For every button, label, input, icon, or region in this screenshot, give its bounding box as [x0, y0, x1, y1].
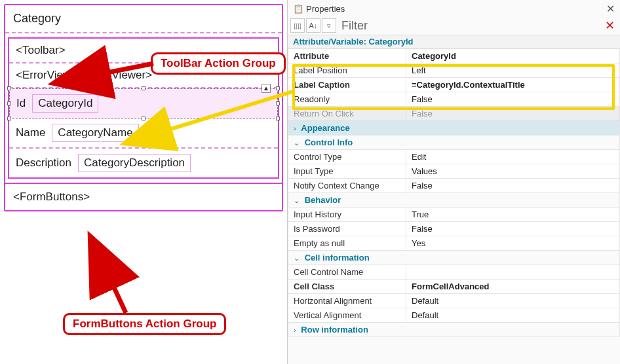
property-row[interactable]: Notify Context ChangeFalse [288, 179, 620, 193]
property-value[interactable]: Default [406, 308, 620, 323]
property-key: Cell Class [288, 280, 406, 294]
property-value[interactable]: False [406, 92, 620, 107]
property-row[interactable]: Label Caption=CategoryId.ContextualTitle [288, 78, 620, 92]
property-value[interactable]: True [406, 208, 620, 222]
field-value[interactable]: CategoryName [52, 124, 138, 142]
property-row[interactable]: Return On ClickFalse [288, 107, 620, 121]
property-value[interactable]: False [406, 179, 620, 193]
filter-input[interactable] [373, 18, 600, 33]
property-group[interactable]: ⌄ Cell information [288, 251, 620, 265]
alpha-sort-button[interactable]: A↓ [306, 18, 320, 33]
property-group[interactable]: ⌄ Control Info [288, 136, 620, 150]
property-value[interactable]: False [406, 222, 620, 236]
property-value[interactable]: Default [406, 294, 620, 308]
field-value[interactable]: CategoryDescription [78, 154, 191, 172]
properties-toolbar: ▯▯ A↓ ▿ Filter ✕ [288, 16, 620, 35]
property-value[interactable]: =CategoryId.ContextualTitle [406, 78, 620, 92]
property-key: Label Caption [288, 78, 406, 92]
property-row[interactable]: Is PasswordFalse [288, 222, 620, 236]
properties-grid: AttributeCategoryIdLabel PositionLeftLab… [288, 48, 620, 337]
property-row[interactable]: Horizontal AlignmentDefault [288, 294, 620, 308]
property-row[interactable]: ReadonlyFalse [288, 92, 620, 107]
callout-toolbar: ToolBar Action Group [151, 52, 286, 75]
property-value[interactable]: FormCellAdvanced [406, 280, 620, 294]
property-value[interactable]: Values [406, 164, 620, 179]
property-value[interactable]: Edit [406, 150, 620, 164]
panel-title: Properties [306, 4, 345, 14]
property-row[interactable]: Input TypeValues [288, 164, 620, 179]
property-row[interactable]: Vertical AlignmentDefault [288, 308, 620, 323]
field-label: Id [16, 97, 26, 110]
categorize-button[interactable]: ▯▯ [290, 18, 305, 33]
property-key: Attribute [288, 49, 406, 64]
field-row-description[interactable]: Description CategoryDescription [9, 149, 278, 177]
property-row[interactable]: Empty as nullYes [288, 236, 620, 251]
properties-heading: Attribute/Variable: CategoryId [288, 35, 620, 48]
close-icon[interactable]: ✕ [606, 3, 615, 15]
properties-panel: 📋 Properties ✕ ▯▯ A↓ ▿ Filter ✕ Attribut… [287, 0, 620, 364]
field-label: Name [16, 126, 45, 139]
form-buttons-placeholder[interactable]: <FormButtons> [5, 183, 282, 210]
property-key: Vertical Alignment [288, 308, 406, 323]
property-value[interactable]: False [406, 107, 620, 121]
property-key: Control Type [288, 150, 406, 164]
property-row[interactable]: Cell Control Name [288, 265, 620, 280]
property-key: Cell Control Name [288, 265, 406, 280]
property-key: Input History [288, 208, 406, 222]
form-title: Category [5, 5, 282, 33]
property-group[interactable]: ⌄ Behavior [288, 193, 620, 208]
property-key: Input Type [288, 164, 406, 179]
field-row-id[interactable]: ▲ Id CategoryId [9, 88, 278, 118]
property-key: Return On Click [288, 107, 406, 121]
property-row[interactable]: Label PositionLeft [288, 64, 620, 78]
reorder-up-icon[interactable]: ▲ [262, 84, 271, 93]
property-row[interactable]: AttributeCategoryId [288, 49, 620, 64]
property-key: Horizontal Alignment [288, 294, 406, 308]
property-key: Readonly [288, 92, 406, 107]
filter-funnel-button[interactable]: ▿ [322, 18, 336, 33]
property-value[interactable] [406, 265, 620, 280]
field-row-name[interactable]: Name CategoryName [9, 118, 278, 149]
property-key: Empty as null [288, 236, 406, 251]
field-value[interactable]: CategoryId [32, 94, 98, 113]
property-value[interactable]: Left [406, 64, 620, 78]
panel-icon: 📋 [293, 4, 303, 14]
property-key: Notify Context Change [288, 179, 406, 193]
property-group[interactable]: › Appearance [288, 121, 620, 136]
property-row[interactable]: Cell ClassFormCellAdvanced [288, 280, 620, 294]
property-key: Is Password [288, 222, 406, 236]
property-key: Label Position [288, 64, 406, 78]
form-frame: Category <Toolbar> <ErrorViewer: ErrorVi… [4, 4, 283, 211]
property-group[interactable]: › Row information [288, 323, 620, 337]
property-value[interactable]: Yes [406, 236, 620, 251]
filter-label: Filter [338, 19, 372, 33]
property-row[interactable]: Input HistoryTrue [288, 208, 620, 222]
callout-formbuttons: FormButtons Action Group [63, 313, 226, 335]
property-value[interactable]: CategoryId [406, 49, 620, 64]
field-label: Description [16, 156, 71, 170]
property-row[interactable]: Control TypeEdit [288, 150, 620, 164]
filter-clear-button[interactable]: ✕ [602, 18, 617, 33]
